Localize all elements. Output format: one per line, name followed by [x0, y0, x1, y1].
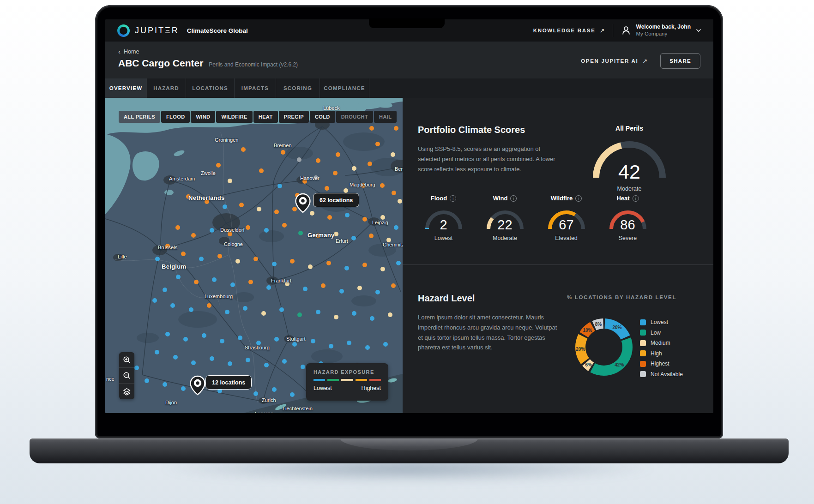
zoom-out-button[interactable] [119, 368, 134, 384]
location-dot[interactable] [365, 345, 370, 350]
location-dot[interactable] [297, 312, 302, 317]
tab-hazard[interactable]: HAZARD [147, 78, 186, 98]
location-dot[interactable] [202, 333, 206, 338]
location-dot[interactable] [181, 386, 186, 391]
location-dot[interactable] [253, 257, 258, 261]
open-jupiter-ai-link[interactable]: OPEN JUPITER AI ↗ [581, 58, 647, 65]
info-icon[interactable]: i [510, 195, 517, 202]
location-dot[interactable] [155, 257, 160, 261]
location-dot[interactable] [246, 225, 250, 230]
location-dot[interactable] [327, 215, 332, 220]
location-dot[interactable] [352, 311, 356, 316]
chip-precip[interactable]: PRECIP [279, 111, 309, 123]
info-icon[interactable]: i [575, 195, 582, 202]
location-dot[interactable] [181, 252, 186, 256]
location-dot[interactable] [375, 142, 380, 146]
pin-count-label[interactable]: 12 locations [205, 375, 252, 390]
location-dot[interactable] [345, 213, 350, 217]
location-dot[interactable] [344, 266, 349, 270]
location-dot[interactable] [228, 179, 232, 183]
location-dot[interactable] [163, 382, 167, 387]
location-dot[interactable] [243, 306, 247, 311]
location-dot[interactable] [369, 234, 374, 238]
user-menu[interactable]: Welcome back, John My Company [621, 24, 701, 38]
location-dot[interactable] [274, 210, 279, 214]
location-dot[interactable] [152, 298, 157, 303]
location-dot[interactable] [225, 310, 229, 314]
location-dot[interactable] [282, 223, 287, 228]
location-dot[interactable] [183, 337, 188, 342]
location-dot[interactable] [228, 361, 232, 366]
location-dot[interactable] [257, 207, 261, 211]
location-dot[interactable] [165, 332, 170, 336]
location-dot[interactable] [334, 232, 338, 236]
location-dot[interactable] [394, 225, 398, 230]
location-dot[interactable] [239, 203, 244, 207]
location-dot[interactable] [272, 262, 277, 266]
location-dot[interactable] [398, 199, 402, 204]
location-dot[interactable] [248, 280, 253, 284]
location-dot[interactable] [352, 166, 356, 171]
share-button[interactable]: SHARE [660, 53, 700, 69]
location-dot[interactable] [333, 171, 338, 175]
location-dot[interactable] [392, 191, 396, 195]
location-dot[interactable] [325, 186, 329, 191]
location-dot[interactable] [357, 286, 362, 290]
location-dot[interactable] [311, 339, 315, 343]
location-dot[interactable] [176, 275, 181, 279]
location-dot[interactable] [191, 360, 196, 365]
location-dot[interactable] [282, 359, 287, 364]
location-dot[interactable] [380, 183, 385, 188]
location-dot[interactable] [134, 366, 139, 370]
location-dot[interactable] [362, 263, 367, 267]
location-dot[interactable] [217, 254, 222, 258]
location-dot[interactable] [163, 288, 167, 292]
location-dot[interactable] [216, 163, 221, 168]
location-dot[interactable] [261, 311, 266, 316]
location-dot[interactable] [266, 285, 271, 290]
location-dot[interactable] [297, 157, 301, 162]
location-dot[interactable] [391, 152, 395, 157]
map-pin[interactable] [189, 375, 206, 396]
location-dot[interactable] [391, 283, 396, 288]
location-dot[interactable] [368, 162, 372, 166]
location-dot[interactable] [259, 168, 264, 173]
location-dot[interactable] [321, 283, 326, 288]
chip-wildfire[interactable]: WILDFIRE [216, 111, 252, 123]
location-dot[interactable] [191, 233, 196, 238]
location-dot[interactable] [344, 188, 348, 193]
location-dot[interactable] [380, 215, 385, 220]
location-dot[interactable] [246, 358, 250, 362]
location-dot[interactable] [380, 267, 385, 271]
tab-overview[interactable]: OVERVIEW [105, 78, 147, 98]
chip-drought[interactable]: DROUGHT [336, 111, 373, 123]
pin-count-label[interactable]: 62 locations [313, 193, 359, 207]
location-dot[interactable] [277, 184, 282, 188]
tab-scoring[interactable]: SCORING [276, 78, 320, 98]
location-dot[interactable] [290, 259, 295, 264]
location-dot[interactable] [290, 392, 295, 397]
zoom-in-button[interactable] [119, 352, 134, 368]
knowledge-base-link[interactable]: KNOWLEDGE BASE ↗ [533, 27, 605, 34]
location-dot[interactable] [362, 217, 367, 222]
location-dot[interactable] [339, 289, 344, 294]
location-dot[interactable] [301, 365, 305, 369]
chip-flood[interactable]: FLOOD [161, 111, 190, 123]
location-dot[interactable] [223, 204, 227, 209]
location-dot[interactable] [155, 350, 159, 354]
location-dot[interactable] [220, 339, 224, 343]
chip-cold[interactable]: COLD [310, 111, 335, 123]
location-dot[interactable] [396, 261, 401, 265]
location-dot[interactable] [207, 303, 211, 308]
location-dot[interactable] [272, 387, 277, 392]
location-dot[interactable] [235, 259, 240, 264]
location-dot[interactable] [145, 378, 149, 383]
location-dot[interactable] [210, 356, 214, 361]
location-dot[interactable] [212, 277, 217, 282]
location-dot[interactable] [189, 307, 193, 312]
location-dot[interactable] [316, 158, 320, 163]
location-dot[interactable] [210, 228, 214, 233]
location-dot[interactable] [292, 342, 297, 347]
tab-impacts[interactable]: IMPACTS [235, 78, 276, 98]
location-dot[interactable] [194, 280, 199, 284]
